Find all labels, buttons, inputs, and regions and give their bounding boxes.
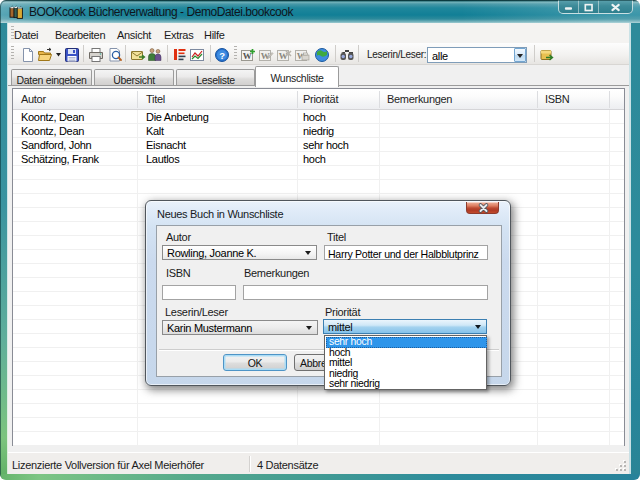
svg-text:W: W (261, 51, 270, 61)
svg-text:?: ? (219, 50, 225, 61)
svg-text:W: W (243, 51, 252, 61)
